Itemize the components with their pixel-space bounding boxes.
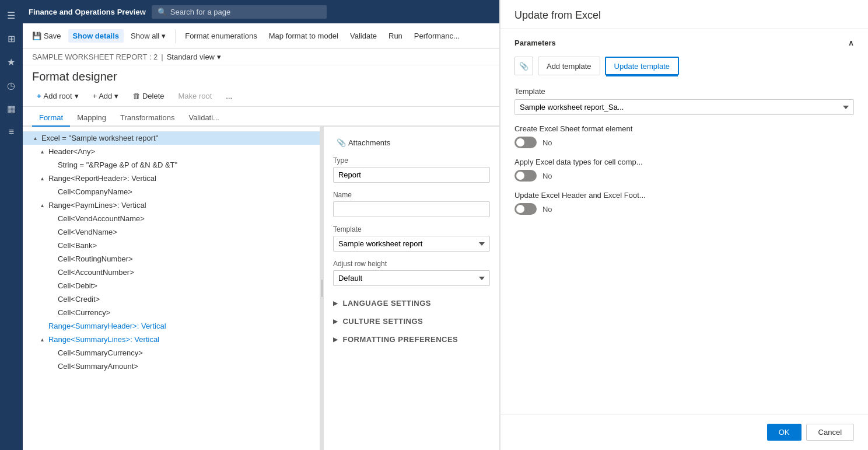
expand-icon[interactable]: ▴ xyxy=(39,202,46,208)
tree-item[interactable]: Cell<SummaryAmount> xyxy=(23,360,320,373)
expand-icon[interactable]: ▴ xyxy=(32,135,39,141)
tree-item[interactable]: ▴Range<ReportHeader>: Vertical xyxy=(23,172,320,185)
update-header-group: Update Excel Header and Excel Foot... No xyxy=(514,191,854,215)
params-collapse-icon[interactable]: ∧ xyxy=(848,39,854,47)
template-dropdown[interactable]: Sample worksheet report_Sa... xyxy=(514,99,854,115)
tree-item[interactable]: Cell<Credit> xyxy=(23,292,320,306)
tab-transformations[interactable]: Transformations xyxy=(113,110,181,127)
breadcrumb-separator: | xyxy=(161,53,163,61)
breadcrumb-text: SAMPLE WORKSHEET REPORT : 2 xyxy=(32,53,158,61)
tab-mapping[interactable]: Mapping xyxy=(70,110,113,127)
culture-settings-header[interactable]: ▶ CULTURE SETTINGS xyxy=(333,312,490,330)
tab-format[interactable]: Format xyxy=(32,110,70,127)
tree-item[interactable]: Cell<Bank> xyxy=(23,239,320,252)
save-button[interactable]: 💾 Save xyxy=(27,29,66,43)
save-icon: 💾 xyxy=(32,32,41,40)
tree-item[interactable]: ▴Excel = "Sample worksheet report" xyxy=(23,131,320,145)
tree-item[interactable]: Cell<SummaryCurrency> xyxy=(23,346,320,360)
show-all-button[interactable]: Show all ▾ xyxy=(126,29,170,43)
make-root-button: Make root xyxy=(174,89,217,103)
template-buttons-row: 📎 Add template Update template xyxy=(514,57,854,75)
create-excel-label: Create Excel Sheet format element xyxy=(514,124,854,133)
adjust-row-height-label: Adjust row height xyxy=(333,260,490,268)
paperclip-icon: 📎 xyxy=(337,138,346,147)
tree-divider[interactable] xyxy=(320,127,324,450)
run-button[interactable]: Run xyxy=(384,29,407,43)
update-template-button[interactable]: Update template xyxy=(605,57,679,75)
tree-item-label: Cell<RoutingNumber> xyxy=(58,254,133,263)
right-panel-header: Update from Excel xyxy=(501,0,868,29)
tab-bar: Format Mapping Transformations Validati.… xyxy=(23,107,499,127)
format-enumerations-button[interactable]: Format enumerations xyxy=(180,29,262,43)
tree-item-label: Range<ReportHeader>: Vertical xyxy=(48,174,156,183)
update-header-toggle-row: No xyxy=(514,203,854,215)
tree-item-label: Cell<Bank> xyxy=(58,241,97,250)
update-header-label: Update Excel Header and Excel Foot... xyxy=(514,191,854,200)
type-input[interactable] xyxy=(333,167,490,183)
params-section: Parameters ∧ 📎 Add template Update templ… xyxy=(501,29,868,414)
tree-item[interactable]: Cell<RoutingNumber> xyxy=(23,252,320,266)
update-header-toggle[interactable] xyxy=(514,203,537,215)
recent-icon[interactable]: ◷ xyxy=(1,75,22,96)
right-panel-title: Update from Excel xyxy=(514,9,601,22)
template-select[interactable]: Sample worksheet report xyxy=(333,236,490,252)
tree-item[interactable]: Cell<Currency> xyxy=(23,306,320,319)
adjust-row-height-select[interactable]: Default xyxy=(333,270,490,286)
tree-item[interactable]: Cell<VendName> xyxy=(23,225,320,239)
map-format-button[interactable]: Map format to model xyxy=(264,29,343,43)
tree-item[interactable]: Range<SummaryHeader>: Vertical xyxy=(23,319,320,333)
more-button[interactable]: ... xyxy=(221,89,237,103)
page-title: Format designer xyxy=(23,65,499,86)
tree-item[interactable]: ▴Range<PaymLines>: Vertical xyxy=(23,198,320,212)
create-excel-group: Create Excel Sheet format element No xyxy=(514,124,854,148)
attach-button[interactable]: 📎 xyxy=(514,57,533,75)
add-root-button[interactable]: + Add root ▾ xyxy=(32,89,83,103)
apply-data-types-toggle[interactable] xyxy=(514,170,537,182)
update-header-toggle-knob xyxy=(516,205,524,213)
tree-item[interactable]: ▴Header<Any> xyxy=(23,145,320,158)
right-panel-footer: OK Cancel xyxy=(501,414,868,450)
attach-icon: 📎 xyxy=(519,62,528,71)
tree-item[interactable]: Cell<CompanyName> xyxy=(23,185,320,198)
expand-icon[interactable]: ▴ xyxy=(39,148,46,155)
apply-data-types-toggle-row: No xyxy=(514,170,854,182)
main-panel: Finance and Operations Preview 🔍 Search … xyxy=(23,0,500,450)
tree-item-label: Header<Any> xyxy=(48,147,95,156)
standard-view-button[interactable]: Standard view ▾ xyxy=(167,53,221,61)
expand-icon[interactable]: ▴ xyxy=(39,336,46,343)
list-icon[interactable]: ≡ xyxy=(1,121,22,142)
delete-button[interactable]: 🗑 Delete xyxy=(128,89,169,103)
add-root-arrow-icon: ▾ xyxy=(75,92,79,100)
tree-item[interactable]: Cell<AccountNumber> xyxy=(23,266,320,279)
add-template-button[interactable]: Add template xyxy=(538,57,600,75)
tree-item[interactable]: ▴Range<SummaryLines>: Vertical xyxy=(23,333,320,346)
show-details-button[interactable]: Show details xyxy=(68,29,124,43)
name-input[interactable] xyxy=(333,201,490,217)
tree-item[interactable]: Cell<Debit> xyxy=(23,279,320,292)
add-arrow-icon: ▾ xyxy=(114,92,118,100)
properties-panel: 📎 Attachments Type Name Template Sample … xyxy=(324,127,499,450)
performance-button[interactable]: Performanc... xyxy=(410,29,464,43)
template-field: Template Sample worksheet report xyxy=(333,225,490,252)
formatting-preferences-header[interactable]: ▶ FORMATTING PREFERENCES xyxy=(333,330,490,348)
ok-button[interactable]: OK xyxy=(767,424,802,441)
workspaces-icon[interactable]: ▦ xyxy=(1,98,22,119)
tree-item[interactable]: Cell<VendAccountName> xyxy=(23,212,320,225)
home-icon[interactable]: ⊞ xyxy=(1,28,22,49)
favorites-icon[interactable]: ★ xyxy=(1,51,22,72)
tab-validations[interactable]: Validati... xyxy=(181,110,226,127)
add-root-plus-icon: + xyxy=(37,92,41,100)
breadcrumb: SAMPLE WORKSHEET REPORT : 2 | Standard v… xyxy=(23,49,499,65)
attachments-button[interactable]: 📎 Attachments xyxy=(333,136,394,149)
cancel-button[interactable]: Cancel xyxy=(806,424,854,441)
create-excel-toggle[interactable] xyxy=(514,137,537,148)
validate-button[interactable]: Validate xyxy=(345,29,382,43)
expand-icon[interactable]: ▴ xyxy=(39,175,46,182)
toolbar-separator xyxy=(175,29,176,43)
add-button[interactable]: + Add ▾ xyxy=(88,89,124,103)
tree-item-label: Excel = "Sample worksheet report" xyxy=(41,134,158,142)
menu-icon[interactable]: ☰ xyxy=(1,5,22,26)
tree-item[interactable]: String = "&RPage &P of &N &D &T" xyxy=(23,158,320,172)
search-bar[interactable]: 🔍 Search for a page xyxy=(152,5,327,19)
language-settings-header[interactable]: ▶ LANGUAGE SETTINGS xyxy=(333,294,490,312)
